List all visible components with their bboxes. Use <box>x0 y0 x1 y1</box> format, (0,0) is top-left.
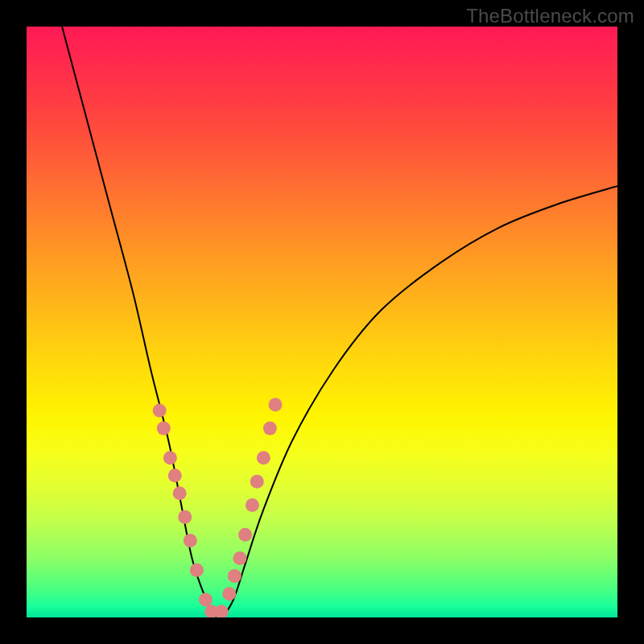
data-bead <box>257 451 270 464</box>
plot-area <box>27 27 617 617</box>
chart-frame: TheBottleneck.com <box>0 0 644 644</box>
data-bead <box>263 422 277 436</box>
data-bead <box>215 605 229 617</box>
data-bead <box>222 587 236 601</box>
data-bead <box>190 564 204 577</box>
data-bead <box>228 569 242 583</box>
data-bead <box>163 451 177 464</box>
bottleneck-curve <box>62 27 617 617</box>
data-bead <box>199 592 213 606</box>
data-bead <box>153 404 167 418</box>
beads-right-group <box>215 398 283 617</box>
data-bead <box>184 534 197 547</box>
beads-left-group <box>153 404 219 617</box>
curve-svg <box>27 27 617 617</box>
data-bead <box>157 422 171 436</box>
data-bead <box>269 398 283 411</box>
data-bead <box>233 551 246 565</box>
data-bead <box>173 486 187 500</box>
watermark-text: TheBottleneck.com <box>466 5 634 27</box>
data-bead <box>250 475 264 489</box>
data-bead <box>178 510 192 524</box>
data-bead <box>168 469 182 482</box>
data-bead <box>238 528 252 542</box>
data-bead <box>246 498 259 512</box>
